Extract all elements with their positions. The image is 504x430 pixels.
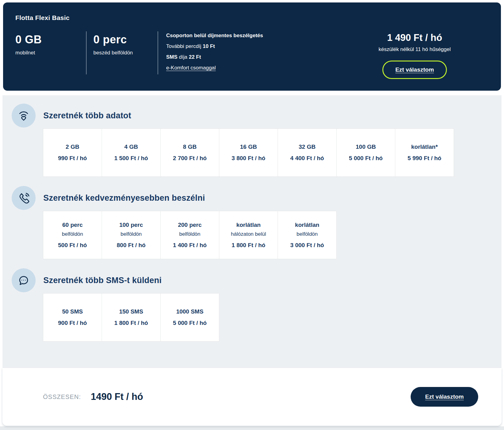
- plan-detail-line: Csoporton belül díjmentes beszélgetés: [166, 33, 263, 39]
- chat-bubble-icon: [12, 268, 36, 292]
- option-price: 5 990 Ft / hó: [408, 155, 441, 162]
- ekomfort-link[interactable]: e-Komfort csomaggal: [166, 65, 216, 71]
- option-card[interactable]: 50 SMS900 Ft / hó: [43, 293, 102, 341]
- option-price: 500 Ft / hó: [58, 242, 87, 249]
- section-more-minutes: Szeretnék kedvezményesebben beszélni 60 …: [12, 186, 502, 259]
- minutes-option-cards: 60 percbelföldön500 Ft / hó100 percbelfö…: [43, 211, 502, 259]
- option-title: 8 GB: [183, 144, 197, 150]
- option-card[interactable]: 150 SMS1 800 Ft / hó: [102, 293, 161, 341]
- option-price: 990 Ft / hó: [58, 155, 87, 162]
- option-title: 100 GB: [356, 144, 376, 150]
- plan-price-note: készülék nélkül 11 hó hűséggel: [378, 46, 451, 53]
- option-title: 16 GB: [240, 144, 257, 150]
- minutes-allowance: 0 perc beszéd belföldön: [87, 31, 158, 79]
- option-card[interactable]: 2 GB990 Ft / hó: [43, 128, 102, 177]
- wifi-heart-icon: [12, 104, 36, 128]
- section-title-more-sms: Szeretnék több SMS-t küldeni: [43, 276, 162, 285]
- section-title-more-data: Szeretnék több adatot: [43, 111, 131, 120]
- option-price: 5 000 Ft / hó: [349, 155, 383, 162]
- page-bottom-strip: [0, 426, 504, 430]
- plan-name: Flotta Flexi Basic: [15, 14, 501, 22]
- choose-plan-button-bottom[interactable]: Ezt választom: [411, 387, 478, 407]
- data-allowance-label: mobilnet: [15, 50, 86, 56]
- minutes-allowance-value: 0 perc: [93, 33, 158, 46]
- option-card[interactable]: korlátlanbelföldön3 000 Ft / hó: [278, 211, 337, 259]
- option-title: korlátlan*: [411, 144, 438, 150]
- total-label: ÖSSZESEN:: [43, 393, 81, 400]
- option-card[interactable]: 32 GB4 400 Ft / hó: [278, 128, 337, 177]
- option-price: 3 000 Ft / hó: [290, 242, 324, 249]
- option-title: 2 GB: [66, 144, 79, 150]
- option-subtitle: belföldön: [179, 231, 200, 237]
- option-title: 60 perc: [62, 222, 83, 228]
- section-more-data: Szeretnék több adatot 2 GB990 Ft / hó4 G…: [12, 104, 502, 177]
- option-price: 1 500 Ft / hó: [114, 155, 148, 162]
- option-price: 5 000 Ft / hó: [173, 320, 207, 326]
- option-price: 1 800 Ft / hó: [232, 242, 265, 249]
- option-price: 2 700 Ft / hó: [173, 155, 207, 162]
- data-allowance-value: 0 GB: [15, 33, 86, 46]
- plan-detail-line: További percdíj 10 Ft: [166, 43, 263, 49]
- phone-icon: [12, 186, 36, 210]
- option-card[interactable]: 100 percbelföldön800 Ft / hó: [102, 211, 161, 259]
- option-price: 1 800 Ft / hó: [114, 320, 148, 326]
- plan-price: 1 490 Ft / hó: [387, 32, 442, 43]
- section-more-sms: Szeretnék több SMS-t küldeni 50 SMS900 F…: [12, 268, 502, 341]
- option-card[interactable]: 8 GB2 700 Ft / hó: [160, 128, 219, 177]
- option-price: 4 400 Ft / hó: [290, 155, 324, 162]
- section-title-more-minutes: Szeretnék kedvezményesebben beszélni: [43, 193, 205, 203]
- option-subtitle: hálózaton belül: [231, 231, 266, 237]
- data-option-cards: 2 GB990 Ft / hó4 GB1 500 Ft / hó8 GB2 70…: [43, 128, 502, 177]
- option-title: 4 GB: [124, 144, 138, 150]
- minutes-allowance-label: beszéd belföldön: [93, 50, 158, 56]
- plan-detail-lines: Csoporton belül díjmentes beszélgetésTov…: [166, 33, 263, 60]
- option-card[interactable]: korlátlanhálózaton belül1 800 Ft / hó: [219, 211, 278, 259]
- option-price: 3 800 Ft / hó: [232, 155, 265, 162]
- option-title: korlátlan: [236, 222, 260, 228]
- option-card[interactable]: 100 GB5 000 Ft / hó: [336, 128, 395, 177]
- option-subtitle: belföldön: [296, 231, 318, 237]
- sms-option-cards: 50 SMS900 Ft / hó150 SMS1 800 Ft / hó100…: [43, 293, 502, 341]
- total-bar: ÖSSZESEN: 1490 Ft / hó Ezt választom: [2, 368, 502, 426]
- option-price: 800 Ft / hó: [117, 242, 146, 249]
- options-panel: Szeretnék több adatot 2 GB990 Ft / hó4 G…: [2, 95, 502, 368]
- price-block: 1 490 Ft / hó készülék nélkül 11 hó hűsé…: [371, 31, 458, 79]
- option-title: korlátlan: [295, 222, 319, 228]
- plan-details: Csoporton belül díjmentes beszélgetésTov…: [158, 31, 263, 79]
- option-price: 1 400 Ft / hó: [173, 242, 207, 249]
- option-card[interactable]: korlátlan*5 990 Ft / hó: [395, 128, 454, 177]
- plan-detail-line: SMS díja 22 Ft: [166, 54, 263, 60]
- total-value: 1490 Ft / hó: [91, 391, 143, 402]
- option-card[interactable]: 1000 SMS5 000 Ft / hó: [160, 293, 219, 341]
- option-card[interactable]: 60 percbelföldön500 Ft / hó: [43, 211, 102, 259]
- choose-plan-button-top[interactable]: Ezt választom: [382, 61, 447, 79]
- plan-summary-panel: Flotta Flexi Basic 0 GB mobilnet 0 perc …: [3, 2, 501, 91]
- data-allowance: 0 GB mobilnet: [15, 31, 86, 79]
- option-title: 1000 SMS: [176, 308, 204, 315]
- option-subtitle: belföldön: [62, 231, 83, 237]
- option-title: 150 SMS: [119, 308, 143, 315]
- option-card[interactable]: 16 GB3 800 Ft / hó: [219, 128, 278, 177]
- option-subtitle: belföldön: [120, 231, 142, 237]
- option-price: 900 Ft / hó: [58, 320, 87, 326]
- option-title: 200 perc: [178, 222, 201, 228]
- option-title: 50 SMS: [62, 308, 83, 315]
- option-card[interactable]: 4 GB1 500 Ft / hó: [102, 128, 161, 177]
- option-card[interactable]: 200 percbelföldön1 400 Ft / hó: [160, 211, 219, 259]
- option-title: 100 perc: [119, 222, 143, 228]
- option-title: 32 GB: [299, 144, 316, 150]
